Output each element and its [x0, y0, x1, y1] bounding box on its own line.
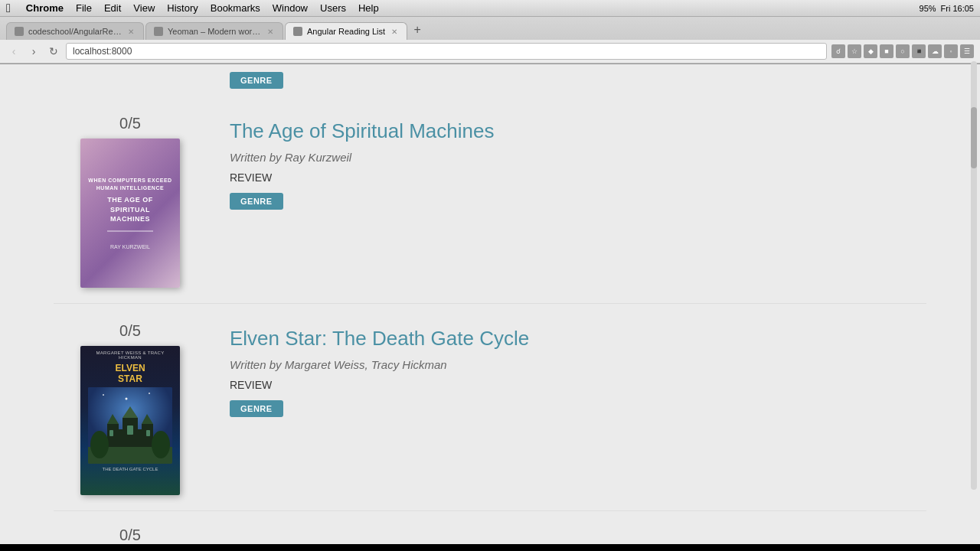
menubar-file[interactable]: File — [76, 2, 92, 14]
svg-rect-5 — [107, 424, 119, 451]
book-info-spiritual-machines: The Age of Spiritual Machines Written by… — [207, 112, 926, 210]
browser-chrome: codeschool/AngularReadi... ✕ Yeoman – Mo… — [0, 17, 980, 64]
book-cover-spiritual-machines: WHEN COMPUTERS EXCEEDHUMAN INTELLIGENCE … — [80, 139, 180, 288]
menubar-help[interactable]: Help — [358, 2, 379, 14]
extension-icon-1[interactable]: ◆ — [864, 44, 877, 58]
castle-svg — [88, 387, 172, 464]
tab-label-codeschool: codeschool/AngularReadi... — [28, 27, 122, 36]
book-cover-elven-star: MARGARET WEISS & TRACY HICKMAN ELVENSTAR — [80, 346, 180, 495]
extension-icon-4[interactable]: ◾ — [912, 44, 926, 58]
book-author-spiritual-machines: Written by Ray Kurzweil — [230, 151, 926, 164]
svg-rect-13 — [146, 430, 150, 436]
book-left-bottom-partial: 0/5 — [54, 523, 207, 544]
back-button[interactable]: ‹ — [6, 44, 21, 59]
genre-button-spiritual-machines[interactable]: GENRE — [230, 193, 283, 210]
cover-main-title-sm: THE AGE OFSPIRITUALMACHINES — [107, 195, 153, 224]
tab-favicon-codeschool — [15, 27, 24, 36]
book-left-elven-star: 0/5 MARGARET WEISS & TRACY HICKMAN ELVEN… — [54, 319, 207, 495]
book-entry-elven-star: 0/5 MARGARET WEISS & TRACY HICKMAN ELVEN… — [54, 304, 926, 511]
menubar-bookmarks[interactable]: Bookmarks — [211, 2, 260, 14]
menubar-users[interactable]: Users — [320, 2, 346, 14]
new-tab-button[interactable]: + — [409, 21, 426, 38]
book-author-elven-star: Written by Margaret Weiss, Tracy Hickman — [230, 358, 926, 371]
tab-label-yeoman: Yeoman – Modern workflo... — [168, 27, 261, 36]
book-entry-bottom-partial: 0/5 — [54, 511, 926, 544]
forward-button[interactable]: › — [26, 44, 41, 59]
menubar-time: Fri 16:05 — [941, 4, 974, 13]
svg-point-1 — [103, 394, 104, 396]
tab-bar: codeschool/AngularReadi... ✕ Yeoman – Mo… — [0, 17, 980, 40]
menubar-view[interactable]: View — [133, 2, 155, 14]
book-review-label-elven-star: REVIEW — [230, 379, 926, 391]
apple-menu[interactable]:  — [6, 2, 11, 15]
tab-close-angular[interactable]: ✕ — [390, 28, 399, 36]
menubar-window[interactable]: Window — [273, 2, 308, 14]
tab-close-codeschool[interactable]: ✕ — [126, 28, 136, 36]
cover-divider — [107, 230, 153, 232]
cover-subtitle-sm: WHEN COMPUTERS EXCEEDHUMAN INTELLIGENCE — [88, 177, 172, 192]
menubar-battery: 95% — [920, 4, 936, 13]
extension-icon-2[interactable]: ■ — [880, 44, 893, 58]
menubar-chrome[interactable]: Chrome — [26, 2, 64, 14]
extension-icon-3[interactable]: ○ — [896, 44, 910, 58]
svg-point-3 — [126, 398, 128, 400]
bookmark-star-icon[interactable]: ☆ — [848, 44, 861, 58]
tab-yeoman[interactable]: Yeoman – Modern workflo... ✕ — [145, 22, 283, 40]
book-rating-spiritual-machines: 0/5 — [119, 115, 141, 132]
refresh-button[interactable]: ↻ — [46, 44, 61, 59]
book-title-elven-star: Elven Star: The Death Gate Cycle — [230, 327, 926, 350]
tab-favicon-yeoman — [154, 27, 163, 36]
tab-favicon-angular — [293, 27, 302, 36]
book-info-partial: GENRE — [207, 64, 283, 89]
tab-close-yeoman[interactable]: ✕ — [266, 28, 275, 36]
svg-point-16 — [152, 431, 170, 458]
mac-menubar:  Chrome File Edit View History Bookmark… — [0, 0, 980, 17]
cover-authors-elven-star: MARGARET WEISS & TRACY HICKMAN — [85, 350, 175, 360]
extension-icon-5[interactable]: ☁ — [928, 44, 942, 58]
genre-button-top[interactable]: GENRE — [230, 72, 283, 89]
tab-codeschool[interactable]: codeschool/AngularReadi... ✕ — [6, 22, 144, 40]
book-rating-bottom-partial: 0/5 — [119, 527, 141, 544]
cover-castle-art — [88, 387, 172, 464]
book-entry-spiritual-machines: 0/5 WHEN COMPUTERS EXCEEDHUMAN INTELLIGE… — [54, 96, 926, 304]
svg-point-2 — [149, 393, 150, 394]
book-title-spiritual-machines: The Age of Spiritual Machines — [230, 119, 926, 143]
search-icon[interactable]: ☌ — [831, 44, 845, 58]
menubar-edit[interactable]: Edit — [104, 2, 121, 14]
cover-art-spiritual-machines: WHEN COMPUTERS EXCEEDHUMAN INTELLIGENCE … — [80, 139, 180, 288]
svg-rect-6 — [142, 424, 153, 451]
book-info-elven-star: Elven Star: The Death Gate Cycle Written… — [207, 319, 926, 417]
menubar-history[interactable]: History — [167, 2, 198, 14]
toolbar-icons-right: ☌ ☆ ◆ ■ ○ ◾ ☁ ◦ ☰ — [831, 44, 974, 58]
cover-art-elven-star: MARGARET WEISS & TRACY HICKMAN ELVENSTAR — [80, 346, 180, 495]
svg-rect-12 — [109, 430, 113, 436]
tab-angular[interactable]: Angular Reading List ✕ — [285, 22, 407, 40]
menubar-right: 95% Fri 16:05 — [920, 4, 974, 13]
tab-label-angular: Angular Reading List — [307, 27, 385, 36]
svg-point-15 — [90, 431, 109, 458]
address-bar[interactable]: localhost:8000 — [66, 43, 827, 60]
genre-button-elven-star[interactable]: GENRE — [230, 400, 283, 417]
cover-title-elven-star: ELVENSTAR — [115, 363, 145, 384]
scrollbar-track[interactable] — [971, 61, 977, 490]
book-left-spiritual-machines: 0/5 WHEN COMPUTERS EXCEEDHUMAN INTELLIGE… — [54, 112, 207, 288]
extension-icon-6[interactable]: ◦ — [944, 44, 958, 58]
cover-subtitle-elven-star: THE DEATH GATE CYCLE — [103, 467, 158, 471]
page-content: GENRE 0/5 WHEN COMPUTERS EXCEEDHUMAN INT… — [0, 64, 980, 544]
address-text: localhost:8000 — [73, 46, 132, 57]
book-rating-elven-star: 0/5 — [119, 322, 141, 340]
cover-author-sm: RAY KURZWEIL — [110, 244, 150, 249]
book-entry-top-partial: GENRE — [54, 64, 926, 96]
book-review-label-spiritual-machines: REVIEW — [230, 171, 926, 184]
browser-toolbar: ‹ › ↻ localhost:8000 ☌ ☆ ◆ ■ ○ ◾ ☁ ◦ ☰ — [0, 40, 980, 64]
svg-rect-11 — [127, 425, 133, 435]
menu-icon[interactable]: ☰ — [960, 44, 974, 58]
scrollbar-thumb[interactable] — [971, 107, 977, 168]
